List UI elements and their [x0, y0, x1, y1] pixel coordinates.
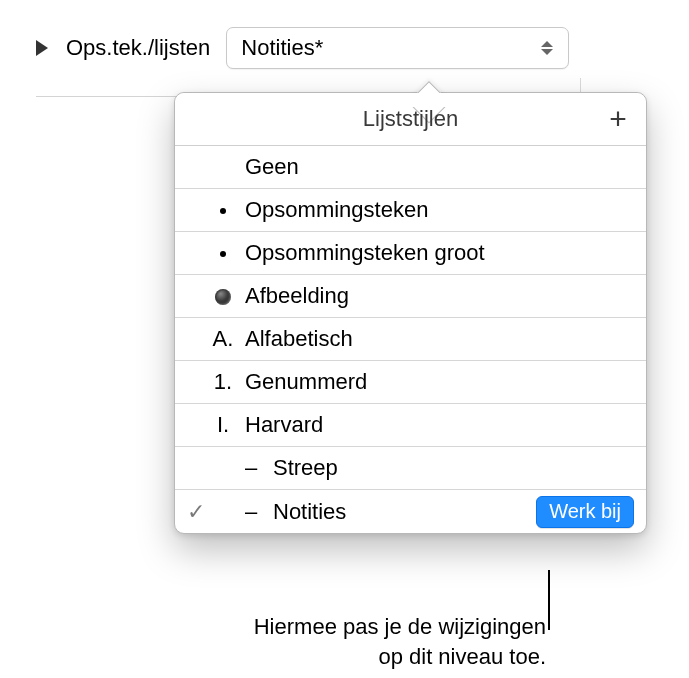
list-item-bullet: 1. — [205, 369, 241, 395]
add-style-button[interactable]: + — [602, 103, 634, 135]
list-item-label: Notities — [273, 499, 536, 525]
list-item-label: Genummerd — [245, 369, 634, 395]
list-item-label: Afbeelding — [245, 283, 634, 309]
style-list: GeenOpsommingstekenOpsommingsteken groot… — [175, 146, 646, 533]
style-list-item[interactable]: 1.Genummerd — [175, 361, 646, 404]
disclosure-triangle[interactable] — [36, 40, 48, 56]
callout-text: Hiermee pas je de wijzigingen op dit niv… — [150, 612, 546, 672]
list-item-label: Harvard — [245, 412, 634, 438]
style-list-item[interactable]: A.Alfabetisch — [175, 318, 646, 361]
popup-button-value: Notities* — [241, 35, 323, 61]
update-style-button[interactable]: Werk bij — [536, 496, 634, 528]
style-list-item[interactable]: Geen — [175, 146, 646, 189]
section-label: Ops.tek./lijsten — [66, 35, 210, 61]
list-item-bullet: I. — [205, 412, 241, 438]
style-list-item[interactable]: Streep — [175, 447, 646, 490]
checkmark-icon: ✓ — [185, 499, 207, 525]
list-item-bullet — [233, 455, 269, 481]
list-item-label: Alfabetisch — [245, 326, 634, 352]
list-item-bullet — [205, 283, 241, 309]
style-list-item[interactable]: Afbeelding — [175, 275, 646, 318]
style-list-item[interactable]: ✓NotitiesWerk bij — [175, 490, 646, 533]
list-item-bullet: A. — [205, 326, 241, 352]
list-item-bullet — [205, 197, 241, 223]
list-item-bullet — [233, 499, 269, 525]
list-item-bullet — [205, 240, 241, 266]
style-list-item[interactable]: Opsommingsteken groot — [175, 232, 646, 275]
list-item-label: Opsommingsteken groot — [245, 240, 634, 266]
style-list-item[interactable]: I.Harvard — [175, 404, 646, 447]
list-item-label: Opsommingsteken — [245, 197, 634, 223]
popover-title: Lijststijlen — [363, 106, 458, 132]
chevrons-icon — [540, 41, 554, 55]
callout-leader-line — [548, 570, 550, 630]
popover-beak — [415, 79, 443, 93]
style-list-item[interactable]: Opsommingsteken — [175, 189, 646, 232]
list-item-label: Streep — [273, 455, 634, 481]
list-style-popup-button[interactable]: Notities* — [226, 27, 569, 69]
list-item-label: Geen — [245, 154, 634, 180]
list-styles-popover: Lijststijlen + GeenOpsommingstekenOpsomm… — [174, 92, 647, 534]
